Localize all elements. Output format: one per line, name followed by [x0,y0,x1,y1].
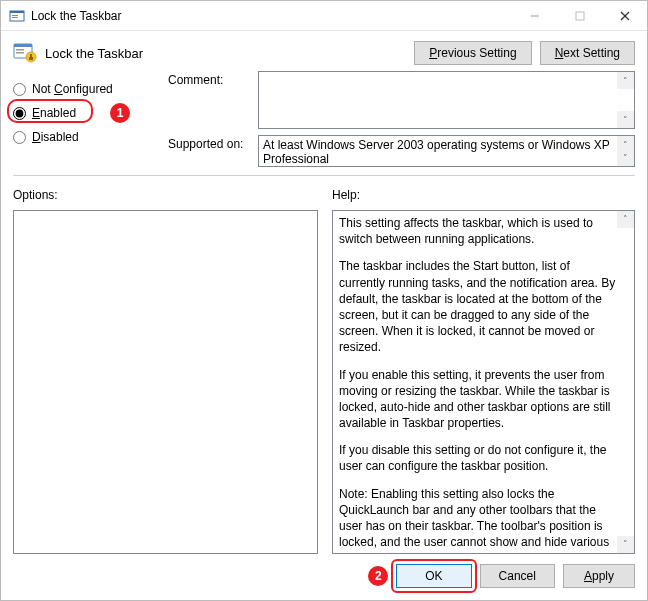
help-label: Help: [332,184,635,210]
svg-rect-13 [30,54,32,57]
scroll-up-icon[interactable]: ˄ [617,211,634,228]
divider [13,175,635,176]
svg-rect-2 [12,15,18,16]
svg-rect-9 [14,44,32,47]
enabled-label[interactable]: Enabled [32,106,76,120]
maximize-button[interactable] [557,1,602,30]
window-controls [512,1,647,30]
comment-textarea[interactable]: ˄ ˅ [258,71,635,129]
svg-rect-10 [16,49,24,51]
not-configured-radio[interactable] [13,83,26,96]
svg-rect-3 [12,17,18,18]
disabled-radio[interactable] [13,131,26,144]
svg-rect-11 [16,52,24,54]
not-configured-label[interactable]: Not Configured [32,82,113,96]
titlebar: Lock the Taskbar [1,1,647,31]
svg-rect-1 [10,11,24,13]
comment-label: Comment: [168,71,250,87]
window-title: Lock the Taskbar [31,9,512,23]
dialog-window: Lock the Taskbar Lock the Taskbar Previo [0,0,648,601]
policy-icon [9,8,25,24]
disabled-label[interactable]: Disabled [32,130,79,144]
options-box [13,210,318,554]
dialog-footer: 2 OK Cancel Apply [1,554,647,600]
previous-setting-button[interactable]: Previous Setting [414,41,531,65]
ok-button[interactable]: OK [396,564,471,588]
svg-rect-14 [29,57,33,60]
apply-button[interactable]: Apply [563,564,635,588]
enabled-radio[interactable] [13,107,26,120]
scroll-down-icon[interactable]: ˅ [617,536,634,553]
group-policy-icon [13,42,37,64]
svg-rect-5 [576,12,584,20]
supported-on-value: At least Windows Server 2003 operating s… [258,135,635,167]
scroll-down-icon[interactable]: ˅ [617,149,634,166]
scroll-up-icon[interactable]: ˄ [617,72,634,89]
close-button[interactable] [602,1,647,30]
annotation-step-1: 1 [110,103,130,123]
cancel-button[interactable]: Cancel [480,564,555,588]
annotation-step-2: 2 [368,566,388,586]
minimize-button[interactable] [512,1,557,30]
help-text: ˄ ˅ This setting affects the taskbar, wh… [332,210,635,554]
scroll-down-icon[interactable]: ˅ [617,111,634,128]
options-label: Options: [13,184,318,210]
state-radio-group: Not Configured Enabled 1 Disabled [13,71,168,167]
header-row: Lock the Taskbar Previous Setting Next S… [1,31,647,71]
next-setting-button[interactable]: Next Setting [540,41,635,65]
supported-on-label: Supported on: [168,135,250,151]
policy-title: Lock the Taskbar [45,46,143,61]
